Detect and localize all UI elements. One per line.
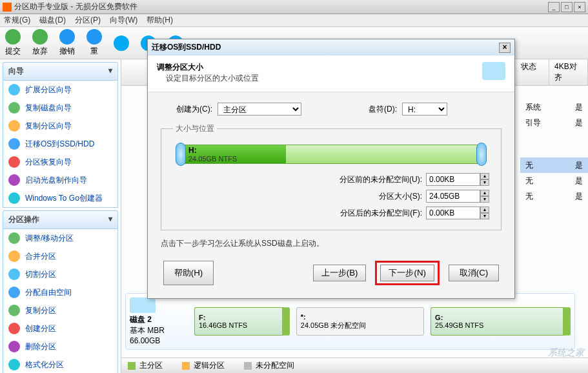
menu-general[interactable]: 常规(G) xyxy=(4,15,30,26)
commit-button[interactable]: 提交 xyxy=(5,29,21,57)
slider-handle-left[interactable] xyxy=(176,143,186,166)
spin-up[interactable]: ▲ xyxy=(480,173,489,179)
partition-g[interactable]: G:25.49GB NTFS xyxy=(431,307,571,336)
maximize-button[interactable]: □ xyxy=(561,2,573,12)
delete-icon xyxy=(8,341,20,352)
merge-icon xyxy=(8,250,20,262)
migrate-os-dialog: 迁移OS到SSD/HDD × 调整分区大小 设定目标分区的大小或位置 创建为(C… xyxy=(147,39,515,299)
table-row[interactable]: 系统是 xyxy=(520,99,588,115)
undo-button[interactable]: 撤销 xyxy=(59,29,75,57)
disk-info: 磁盘 2 基本 MBR 66.00GB xyxy=(130,297,188,345)
sidebar-item-delete[interactable]: 删除分区 xyxy=(3,338,117,356)
chevron-down-icon: ▾ xyxy=(108,66,112,77)
disk-icon xyxy=(130,297,156,313)
table-row[interactable]: 无是 xyxy=(520,157,588,173)
disk-2-row[interactable]: 磁盘 2 基本 MBR 66.00GB F:16.46GB NTFS *:24.… xyxy=(125,293,575,350)
spin-down[interactable]: ▼ xyxy=(480,179,489,186)
dialog-titlebar[interactable]: 迁移OS到SSD/HDD × xyxy=(148,39,514,55)
drive-label: 盘符(D): xyxy=(307,104,397,115)
minimize-button[interactable]: _ xyxy=(548,2,560,12)
size-label: 分区大小(S): xyxy=(306,191,422,202)
disk-icon xyxy=(482,62,505,80)
help-button[interactable]: 帮助(H) xyxy=(163,261,214,285)
resize-icon xyxy=(8,232,20,244)
menu-wizard[interactable]: 向导(W) xyxy=(110,15,137,26)
sidebar-item-migrate-os[interactable]: 迁移OS到SSD/HDD xyxy=(3,135,117,153)
close-button[interactable]: × xyxy=(574,2,585,12)
disk-icon xyxy=(114,35,129,51)
sidebar-item-bootdisc[interactable]: 启动光盘制作向导 xyxy=(3,171,117,189)
refresh-icon xyxy=(32,29,48,45)
legend-unalloc: 未分配空间 xyxy=(244,360,294,371)
panel-wizard-header[interactable]: 向导▾ xyxy=(3,62,118,81)
after-input[interactable] xyxy=(426,207,480,219)
menu-disk[interactable]: 磁盘(D) xyxy=(39,15,66,26)
split-icon xyxy=(8,268,20,280)
sidebar-item-wtg[interactable]: Windows To Go创建器 xyxy=(3,189,117,207)
spin-down[interactable]: ▼ xyxy=(480,196,489,203)
partition-unalloc[interactable]: *:24.05GB 未分配空间 xyxy=(296,307,424,336)
dialog-header: 调整分区大小 设定目标分区的大小或位置 xyxy=(148,55,514,92)
check-icon xyxy=(5,29,21,45)
size-input[interactable] xyxy=(426,190,480,203)
discard-button[interactable]: 放弃 xyxy=(32,29,48,57)
sidebar-item-split[interactable]: 切割分区 xyxy=(3,265,117,283)
cancel-button[interactable]: 取消(C) xyxy=(449,265,499,281)
format-icon xyxy=(8,359,20,370)
sidebar-item-merge[interactable]: 合并分区 xyxy=(3,247,117,265)
panel-ops-header[interactable]: 分区操作▾ xyxy=(3,210,118,229)
recover-icon xyxy=(8,156,20,168)
spin-up[interactable]: ▲ xyxy=(480,207,489,213)
sidebar-item-copy-part[interactable]: 复制分区向导 xyxy=(3,117,117,135)
partition-f[interactable]: F:16.46GB NTFS xyxy=(194,307,290,336)
undo-icon xyxy=(59,29,75,45)
spin-down[interactable]: ▼ xyxy=(480,213,489,219)
watermark: 系统之家 xyxy=(548,347,584,359)
spin-up[interactable]: ▲ xyxy=(480,190,489,196)
before-input[interactable] xyxy=(426,173,480,186)
app-icon xyxy=(3,3,12,12)
chevron-down-icon: ▾ xyxy=(108,214,112,225)
table-row[interactable]: 引导是 xyxy=(520,115,588,130)
before-label: 分区前的未分配空间(U): xyxy=(306,174,422,185)
drive-select[interactable]: H: xyxy=(402,103,447,116)
menu-partition[interactable]: 分区(P) xyxy=(75,15,101,26)
create-icon xyxy=(8,323,20,334)
copy-icon xyxy=(8,305,20,316)
dialog-close-button[interactable]: × xyxy=(499,43,511,53)
disk-button[interactable] xyxy=(114,35,129,51)
sidebar-item-copy-disk[interactable]: 复制磁盘向导 xyxy=(3,99,117,117)
windows-icon xyxy=(8,192,20,204)
table-row[interactable]: 无是 xyxy=(520,188,588,204)
size-slider[interactable]: H: 24.05GB NTFS xyxy=(173,145,489,166)
redo-button[interactable]: 重 xyxy=(86,29,102,57)
disc-icon xyxy=(8,174,20,186)
after-label: 分区后的未分配空间(F): xyxy=(306,208,422,219)
sidebar-item-copy[interactable]: 复制分区 xyxy=(3,301,117,319)
prev-button[interactable]: 上一步(B) xyxy=(313,265,367,281)
legend: 主分区 逻辑分区 未分配空间 xyxy=(121,358,588,373)
redo-icon xyxy=(86,29,102,45)
sidebar: 向导▾ 扩展分区向导 复制磁盘向导 复制分区向导 迁移OS到SSD/HDD 分区… xyxy=(0,59,121,373)
extend-icon xyxy=(8,84,20,96)
sidebar-item-format[interactable]: 格式化分区 xyxy=(3,356,117,373)
sidebar-item-extend[interactable]: 扩展分区向导 xyxy=(3,81,117,99)
window-title: 分区助手专业版 - 无损分区免费软件 xyxy=(14,1,548,12)
menu-help[interactable]: 帮助(H) xyxy=(147,15,173,26)
create-as-select[interactable]: 主分区 xyxy=(218,103,301,116)
allocate-icon xyxy=(8,287,20,298)
table-row[interactable]: 无是 xyxy=(520,173,588,188)
table-rows: 系统是 引导是 无是 无是 无是 xyxy=(520,72,588,204)
legend-logical: 逻辑分区 xyxy=(182,360,225,371)
size-group: 大小与位置 H: 24.05GB NTFS 分区前的未分配空间(U):▲▼ 分区… xyxy=(161,123,502,230)
sidebar-item-create[interactable]: 创建分区 xyxy=(3,319,117,338)
sidebar-item-allocate[interactable]: 分配自由空间 xyxy=(3,283,117,301)
sidebar-item-resize[interactable]: 调整/移动分区 xyxy=(3,229,117,247)
sidebar-item-recover[interactable]: 分区恢复向导 xyxy=(3,153,117,171)
legend-primary: 主分区 xyxy=(128,360,163,371)
migrate-icon xyxy=(8,138,20,150)
slider-handle-right[interactable] xyxy=(476,143,487,166)
copy-part-icon xyxy=(8,120,20,132)
menubar: 常规(G) 磁盘(D) 分区(P) 向导(W) 帮助(H) xyxy=(0,14,588,27)
next-button[interactable]: 下一步(N) xyxy=(380,265,434,281)
